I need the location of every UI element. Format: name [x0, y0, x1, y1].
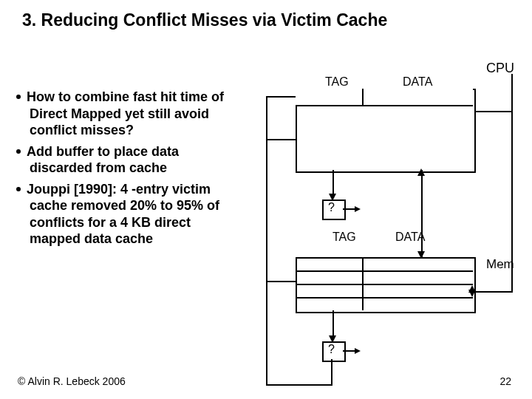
data-bus-down: [421, 170, 423, 257]
bullet-3: Jouppi [1990]: 4 -entry victim cache rem…: [16, 181, 245, 248]
mem-label: Mem: [486, 257, 514, 272]
bullet-2: Add buffer to place data discarded from …: [16, 143, 245, 177]
bullet-1: How to combine fast hit time of Direct M…: [16, 89, 245, 139]
slide-title: 3. Reducing Conflict Misses via Victim C…: [22, 10, 510, 30]
cmp2-arrow: [355, 348, 361, 354]
bullet-list: How to combine fast hit time of Direct M…: [16, 89, 245, 252]
comparator-2-label: ?: [328, 343, 335, 356]
victim-box: [296, 257, 476, 313]
victim-tag-label: TAG: [332, 231, 356, 244]
victim-r3: [296, 297, 473, 299]
cache-header-row: [296, 89, 473, 106]
victim-r2: [296, 284, 473, 285]
left-mid-h: [266, 139, 296, 140]
bullet-1-text: How to combine fast hit time of Direct M…: [27, 89, 224, 137]
victim-data-label: DATA: [395, 231, 425, 244]
copyright: © Alvin R. Lebeck 2006: [18, 375, 126, 387]
page-number: 22: [499, 375, 511, 387]
data-bus-up-arrow: [417, 168, 425, 176]
left-bottom-h: [266, 384, 332, 386]
cache-to-cpu: [473, 111, 511, 112]
comparator-1-label: ?: [328, 201, 335, 214]
bullet-2-text: Add buffer to place data discarded from …: [27, 144, 179, 176]
diagram: TAG DATA ? TAG DATA Mem ?: [251, 66, 522, 362]
cache-div: [362, 89, 364, 105]
cmp1-arrow: [355, 206, 361, 212]
cache-tag-label: TAG: [325, 75, 349, 89]
bullet-3-text: Jouppi [1990]: 4 -entry victim cache rem…: [27, 182, 219, 247]
victim-r1: [296, 270, 473, 272]
victim-cpu-down: [468, 290, 476, 297]
cache-data-label: DATA: [403, 75, 432, 89]
left-victim-h: [266, 281, 296, 282]
left-top-h: [266, 96, 296, 98]
left-bottom-v: [331, 359, 332, 384]
victim-div: [362, 257, 364, 310]
victim-to-cpu: [473, 291, 511, 293]
